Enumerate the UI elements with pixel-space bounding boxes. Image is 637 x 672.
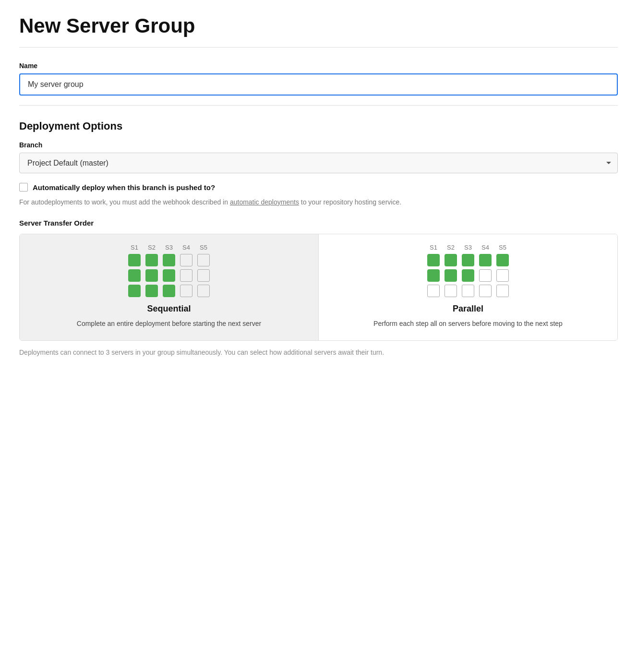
seq-row-1 (128, 254, 210, 266)
parallel-option[interactable]: S1 S2 S3 S4 S5 (318, 234, 617, 340)
branch-select-wrapper: Project Default (master) master develop … (19, 153, 618, 173)
par-r3-s4 (479, 285, 492, 297)
auto-deploy-checkbox[interactable] (19, 183, 28, 192)
par-header-s2: S2 (445, 244, 457, 251)
sequential-description: Complete an entire deployment before sta… (34, 319, 304, 329)
par-r1-s1 (427, 254, 440, 266)
par-r2-s1 (427, 269, 440, 282)
par-r1-s4 (479, 254, 492, 266)
seq-header-s1: S1 (128, 244, 141, 251)
par-row-2 (427, 269, 509, 282)
name-label: Name (19, 62, 618, 70)
parallel-description: Perform each step all on servers before … (333, 319, 603, 329)
seq-header-s5: S5 (197, 244, 210, 251)
seq-header-s2: S2 (145, 244, 158, 251)
parallel-grid: S1 S2 S3 S4 S5 (333, 244, 603, 297)
section-divider (19, 105, 618, 106)
seq-r1-s4 (180, 254, 192, 266)
title-divider (19, 47, 618, 48)
footer-text: Deployments can connect to 3 servers in … (19, 348, 618, 358)
parallel-headers: S1 S2 S3 S4 S5 (427, 244, 509, 251)
par-header-s5: S5 (496, 244, 509, 251)
auto-deploy-row: Automatically deploy when this branch is… (19, 183, 618, 192)
seq-r2-s2 (145, 269, 158, 282)
name-input[interactable] (19, 73, 618, 96)
branch-label: Branch (19, 141, 618, 149)
par-r3-s3 (462, 285, 474, 297)
par-r2-s2 (445, 269, 457, 282)
seq-r3-s5 (197, 285, 210, 297)
deployment-options-section: Deployment Options Branch Project Defaul… (19, 120, 618, 358)
parallel-title: Parallel (333, 304, 603, 314)
par-r1-s3 (462, 254, 474, 266)
seq-r2-s4 (180, 269, 192, 282)
par-r2-s3 (462, 269, 474, 282)
seq-r1-s1 (128, 254, 141, 266)
auto-deploy-helper: For autodeployments to work, you must ad… (19, 197, 618, 207)
seq-r3-s1 (128, 285, 141, 297)
seq-header-s4: S4 (180, 244, 192, 251)
par-header-s3: S3 (462, 244, 474, 251)
par-header-s1: S1 (427, 244, 440, 251)
seq-r1-s5 (197, 254, 210, 266)
page-title: New Server Group (19, 14, 618, 37)
transfer-options-container: S1 S2 S3 S4 S5 (19, 234, 618, 341)
seq-r3-s2 (145, 285, 158, 297)
branch-field: Branch Project Default (master) master d… (19, 141, 618, 173)
par-row-1 (427, 254, 509, 266)
seq-r3-s3 (163, 285, 175, 297)
server-transfer-label: Server Transfer Order (19, 219, 618, 227)
par-r2-s4 (479, 269, 492, 282)
par-r3-s1 (427, 285, 440, 297)
par-r2-s5 (496, 269, 509, 282)
helper-text-before: For autodeployments to work, you must ad… (19, 198, 230, 206)
seq-r1-s2 (145, 254, 158, 266)
seq-row-2 (128, 269, 210, 282)
seq-r3-s4 (180, 285, 192, 297)
sequential-option[interactable]: S1 S2 S3 S4 S5 (20, 234, 318, 340)
seq-r2-s1 (128, 269, 141, 282)
sequential-headers: S1 S2 S3 S4 S5 (128, 244, 210, 251)
deployment-options-title: Deployment Options (19, 120, 618, 132)
seq-row-3 (128, 285, 210, 297)
helper-text-after: to your repository hosting service. (299, 198, 401, 206)
seq-r2-s5 (197, 269, 210, 282)
sequential-title: Sequential (34, 304, 304, 314)
branch-select[interactable]: Project Default (master) master develop … (19, 153, 618, 173)
seq-r1-s3 (163, 254, 175, 266)
par-r3-s2 (445, 285, 457, 297)
par-r1-s5 (496, 254, 509, 266)
seq-header-s3: S3 (163, 244, 175, 251)
automatic-deployments-link[interactable]: automatic deployments (230, 198, 299, 206)
sequential-grid: S1 S2 S3 S4 S5 (34, 244, 304, 297)
par-row-3 (427, 285, 509, 297)
seq-r2-s3 (163, 269, 175, 282)
par-r1-s2 (445, 254, 457, 266)
auto-deploy-label: Automatically deploy when this branch is… (33, 183, 215, 192)
par-header-s4: S4 (479, 244, 492, 251)
name-section: Name (19, 62, 618, 96)
par-r3-s5 (496, 285, 509, 297)
